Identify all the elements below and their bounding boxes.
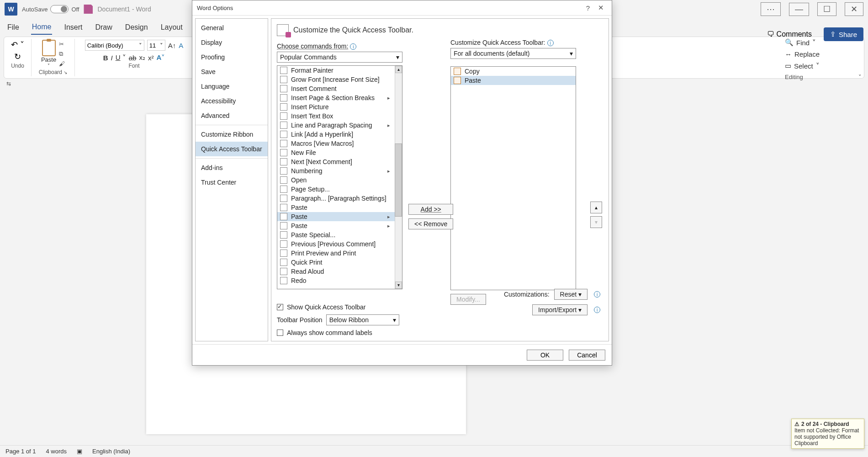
list-item[interactable]: Redo bbox=[277, 276, 402, 285]
list-item[interactable]: Insert Comment bbox=[277, 84, 402, 93]
autosave-toggle[interactable]: AutoSave Off bbox=[22, 5, 79, 13]
nav-item-language[interactable]: Language bbox=[196, 79, 268, 94]
list-item[interactable]: Paste▸ bbox=[277, 212, 402, 221]
list-item[interactable]: Paste▸ bbox=[277, 221, 402, 230]
list-item[interactable]: Macros [View Macros] bbox=[277, 139, 402, 148]
ribbon-display-button[interactable]: ⋯ bbox=[761, 2, 781, 16]
tab-design[interactable]: Design bbox=[124, 21, 149, 34]
list-item[interactable]: Paste Special... bbox=[277, 230, 402, 239]
text-effects-icon[interactable]: A bbox=[179, 42, 183, 49]
tab-insert[interactable]: Insert bbox=[63, 21, 83, 34]
select-button[interactable]: ▭ Select ˅ bbox=[782, 60, 864, 72]
nav-item-display[interactable]: Display bbox=[196, 35, 268, 50]
nav-item-add-ins[interactable]: Add-ins bbox=[196, 160, 268, 175]
status-language[interactable]: English (India) bbox=[92, 448, 130, 455]
list-item[interactable]: Insert Text Box bbox=[277, 112, 402, 121]
redo-icon[interactable]: ↻ bbox=[14, 52, 21, 62]
strike-icon[interactable]: ab bbox=[129, 54, 137, 62]
listbox-scrollbar[interactable]: ▴ ▾ bbox=[395, 66, 402, 289]
nav-item-proofing[interactable]: Proofing bbox=[196, 50, 268, 64]
nav-item-general[interactable]: General bbox=[196, 21, 268, 35]
toggle-icon[interactable] bbox=[50, 5, 69, 13]
scroll-down-button[interactable]: ▾ bbox=[395, 282, 402, 289]
move-down-button[interactable]: ▾ bbox=[590, 216, 602, 228]
customize-qat-combo[interactable]: For all documents (default)▾ bbox=[450, 48, 576, 59]
list-item[interactable]: Quick Print bbox=[277, 258, 402, 267]
list-item[interactable]: Grow Font [Increase Font Size] bbox=[277, 75, 402, 84]
list-item[interactable]: Read Aloud bbox=[277, 267, 402, 276]
dialog-close-button[interactable]: ✕ bbox=[594, 4, 607, 12]
move-up-button[interactable]: ▴ bbox=[590, 202, 602, 213]
nav-item-accessibility[interactable]: Accessibility bbox=[196, 94, 268, 108]
add-button[interactable]: Add >> bbox=[408, 204, 453, 215]
replace-button[interactable]: ↔ Replace bbox=[782, 48, 864, 60]
font-size-combo[interactable]: 11˅ bbox=[147, 40, 165, 51]
scroll-thumb[interactable] bbox=[395, 143, 402, 217]
toolbar-position-combo[interactable]: Below Ribbon▾ bbox=[326, 314, 399, 325]
list-item[interactable]: Next [Next Comment] bbox=[277, 157, 402, 166]
text-highlight-icon[interactable]: A˅ bbox=[156, 53, 165, 62]
format-painter-icon[interactable]: 🖌 bbox=[59, 60, 65, 67]
close-button[interactable]: ✕ bbox=[845, 2, 863, 16]
tab-layout[interactable]: Layout bbox=[160, 21, 184, 34]
tab-home[interactable]: Home bbox=[31, 20, 53, 35]
maximize-button[interactable]: ☐ bbox=[817, 2, 836, 16]
info-icon[interactable]: i bbox=[594, 291, 600, 298]
list-item[interactable]: Print Preview and Print bbox=[277, 249, 402, 258]
info-icon[interactable]: i bbox=[547, 40, 554, 46]
undo-icon[interactable]: ↶ ˅ bbox=[11, 40, 24, 50]
list-item[interactable]: Paragraph... [Paragraph Settings] bbox=[277, 194, 402, 203]
subscript-icon[interactable]: x₂ bbox=[139, 53, 145, 62]
bold-icon[interactable]: B bbox=[103, 54, 108, 62]
nav-item-advanced[interactable]: Advanced bbox=[196, 108, 268, 123]
commands-listbox[interactable]: Format PainterGrow Font [Increase Font S… bbox=[277, 65, 402, 289]
list-item[interactable]: Copy bbox=[451, 67, 576, 76]
ok-button[interactable]: OK bbox=[527, 350, 563, 361]
modify-button[interactable]: Modify... bbox=[450, 294, 486, 305]
list-item[interactable]: New File bbox=[277, 148, 402, 157]
list-item[interactable]: Open bbox=[277, 175, 402, 185]
list-item-label: Page Setup... bbox=[291, 186, 330, 193]
list-item[interactable]: Link [Add a Hyperlink] bbox=[277, 130, 402, 139]
remove-button[interactable]: << Remove bbox=[408, 218, 453, 229]
reset-button[interactable]: Reset ▾ bbox=[554, 289, 587, 300]
import-export-button[interactable]: Import/Export ▾ bbox=[532, 304, 587, 315]
qat-right-list[interactable]: CopyPaste bbox=[450, 66, 576, 290]
accessibility-icon[interactable]: ▣ bbox=[77, 448, 82, 455]
list-item[interactable]: Previous [Previous Comment] bbox=[277, 239, 402, 249]
dialog-help-button[interactable]: ? bbox=[582, 4, 594, 12]
status-words[interactable]: 4 words bbox=[46, 448, 67, 455]
status-page[interactable]: Page 1 of 1 bbox=[5, 448, 36, 455]
underline-icon[interactable]: U ˅ bbox=[116, 53, 126, 62]
cancel-button[interactable]: Cancel bbox=[569, 350, 605, 361]
copy-icon[interactable]: ⧉ bbox=[59, 50, 65, 58]
nav-item-trust-center[interactable]: Trust Center bbox=[196, 175, 268, 190]
minimize-button[interactable]: — bbox=[789, 3, 809, 16]
list-item[interactable]: Line and Paragraph Spacing▸ bbox=[277, 121, 402, 130]
info-icon[interactable]: i bbox=[594, 307, 600, 313]
save-icon[interactable] bbox=[84, 5, 93, 14]
list-item[interactable]: Numbering▸ bbox=[277, 166, 402, 175]
list-item[interactable]: Format Painter bbox=[277, 66, 402, 75]
list-item[interactable]: Paste bbox=[277, 203, 402, 212]
tab-draw[interactable]: Draw bbox=[94, 21, 113, 34]
paste-button[interactable]: Paste ˅ bbox=[41, 40, 56, 68]
show-qat-checkbox[interactable] bbox=[277, 304, 283, 310]
italic-icon[interactable]: I bbox=[111, 54, 113, 62]
grow-font-icon[interactable]: A↑ bbox=[168, 42, 176, 49]
list-item[interactable]: Insert Page & Section Breaks▸ bbox=[277, 93, 402, 102]
font-name-combo[interactable]: Calibri (Body)˅ bbox=[85, 40, 144, 51]
nav-item-quick-access-toolbar[interactable]: Quick Access Toolbar bbox=[196, 142, 268, 156]
find-button[interactable]: 🔍 Find ˅ bbox=[782, 37, 864, 48]
tab-file[interactable]: File bbox=[6, 21, 20, 34]
scroll-up-button[interactable]: ▴ bbox=[395, 66, 402, 73]
list-item[interactable]: Page Setup... bbox=[277, 185, 402, 194]
info-icon[interactable]: i bbox=[350, 43, 356, 50]
list-item[interactable]: Insert Picture bbox=[277, 102, 402, 112]
nav-item-save[interactable]: Save bbox=[196, 64, 268, 79]
superscript-icon[interactable]: x² bbox=[148, 54, 154, 62]
nav-item-customize-ribbon[interactable]: Customize Ribbon bbox=[196, 127, 268, 142]
always-show-labels-checkbox[interactable] bbox=[277, 329, 283, 336]
list-item[interactable]: Paste bbox=[451, 76, 576, 85]
cut-icon[interactable]: ✂ bbox=[59, 41, 65, 48]
